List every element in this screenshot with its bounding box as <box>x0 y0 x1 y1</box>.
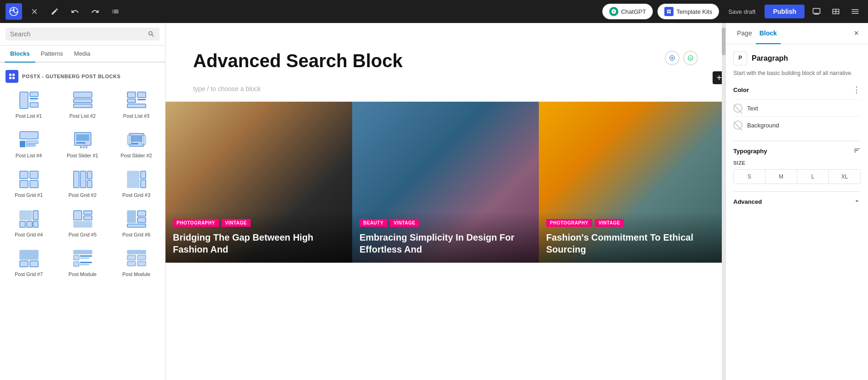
svg-rect-18 <box>20 132 38 139</box>
redo-button[interactable] <box>87 5 103 18</box>
size-xl-button[interactable]: XL <box>829 170 860 184</box>
topbar: ChatGPT Template Kits Save draft Publish <box>0 0 868 23</box>
save-draft-button[interactable]: Save draft <box>724 6 760 18</box>
list-view-button[interactable] <box>108 5 123 18</box>
block-item-post-grid-6[interactable]: Post Grid #6 <box>112 206 160 240</box>
undo-button[interactable] <box>67 5 83 18</box>
publish-button[interactable]: Publish <box>765 5 805 18</box>
svg-rect-35 <box>20 180 28 188</box>
edit-button[interactable] <box>47 5 63 18</box>
blocks-scroll: POSTX - GUTENBERG POST BLOCKS Post <box>0 63 165 380</box>
paragraph-icon <box>733 52 747 65</box>
size-m-button[interactable]: M <box>765 170 797 184</box>
post-slider-2-icon <box>126 131 147 149</box>
sidebar-toggle-button[interactable] <box>848 4 862 19</box>
tab-blocks[interactable]: Blocks <box>5 46 35 63</box>
block-label: Post Grid #5 <box>69 232 97 237</box>
block-item-post-module-1[interactable]: Post Module <box>58 246 107 280</box>
block-item-post-grid-2[interactable]: Post Grid #2 <box>58 167 107 201</box>
right-panel-content: Paragraph Start with the basic building … <box>726 44 868 380</box>
svg-rect-4 <box>12 77 15 79</box>
editor-content: Advanced Search Block G type / to choose… <box>166 23 725 380</box>
block-item-post-grid-4[interactable]: Post Grid #4 <box>5 206 53 240</box>
card-title-2: Embracing Simplicity In Design For Effor… <box>360 231 531 255</box>
editor-scrollbar-track <box>722 23 725 380</box>
template-kits-button[interactable]: Template Kits <box>657 4 719 19</box>
svg-rect-24 <box>76 142 86 144</box>
tab-patterns[interactable]: Patterns <box>35 46 69 63</box>
advanced-header[interactable]: Advanced <box>733 191 861 212</box>
svg-rect-1 <box>9 74 11 76</box>
template-kits-logo-icon <box>666 9 672 14</box>
post-grid-1-icon <box>19 170 39 189</box>
block-item-post-list-4[interactable]: Post List #4 <box>5 127 53 161</box>
image-grid: PHOTOGRAPHY VINTAGE Bridging The Gap Bet… <box>166 102 725 263</box>
color-menu-button[interactable]: ⋮ <box>852 85 861 95</box>
svg-rect-71 <box>137 261 146 266</box>
close-button[interactable] <box>27 5 42 18</box>
layout-button[interactable] <box>828 4 843 19</box>
undo-icon <box>71 7 79 16</box>
right-sidebar: Page Block × Paragraph Start with the ba… <box>725 23 868 380</box>
post-grid-5-icon <box>73 210 93 228</box>
block-item-post-list-1[interactable]: Post List #1 <box>5 87 53 121</box>
block-icon <box>18 248 40 269</box>
tag-vintage-2: VINTAGE <box>390 219 419 227</box>
right-tabs: Page Block × <box>726 23 868 44</box>
size-s-button[interactable]: S <box>734 170 765 184</box>
block-item-post-grid-5[interactable]: Post Grid #5 <box>58 206 107 240</box>
svg-rect-5 <box>20 92 28 109</box>
block-item-post-list-2[interactable]: Post List #2 <box>58 87 107 121</box>
post-grid-4-icon <box>19 210 39 228</box>
svg-rect-48 <box>33 221 38 227</box>
color-section-header: Color ⋮ <box>733 85 861 95</box>
chatgpt-icon <box>609 7 618 16</box>
tab-media[interactable]: Media <box>69 46 96 63</box>
right-tab-block[interactable]: Block <box>756 23 781 44</box>
svg-rect-34 <box>30 171 38 178</box>
svg-rect-3 <box>9 77 11 79</box>
block-item-post-list-3[interactable]: Post List #3 <box>112 87 160 121</box>
typography-settings-button[interactable] <box>853 147 861 155</box>
editor-scrollbar-thumb[interactable] <box>722 28 725 55</box>
search-input[interactable] <box>10 30 144 38</box>
page-title[interactable]: Advanced Search Block <box>193 51 698 71</box>
block-item-post-grid-7[interactable]: Post Grid #7 <box>5 246 53 280</box>
block-item-post-module-2[interactable]: Post Module <box>112 246 160 280</box>
post-grid-7-icon <box>19 249 39 268</box>
svg-rect-20 <box>26 141 38 144</box>
block-icon <box>18 130 40 150</box>
block-item-post-slider-2[interactable]: Post Slider #2 <box>112 127 160 161</box>
g-circle-icon: G <box>687 54 694 62</box>
svg-rect-19 <box>20 141 25 147</box>
view-button[interactable] <box>809 4 824 19</box>
block-label: Post List #3 <box>123 113 149 119</box>
size-l-button[interactable]: L <box>797 170 829 184</box>
block-item-post-grid-1[interactable]: Post Grid #1 <box>5 167 53 201</box>
svg-rect-47 <box>27 221 32 227</box>
svg-rect-23 <box>76 134 89 141</box>
wp-logo[interactable] <box>6 3 22 20</box>
block-item-post-slider-1[interactable]: Post Slider #1 <box>58 127 107 161</box>
block-icon <box>126 130 148 150</box>
typography-header: Typography <box>733 141 861 160</box>
right-sidebar-close-button[interactable]: × <box>852 27 861 40</box>
svg-rect-61 <box>74 255 79 260</box>
block-item-post-grid-3[interactable]: Post Grid #3 <box>112 167 160 201</box>
left-sidebar: Blocks Patterns Media POSTX - GUTENBERG … <box>0 23 166 380</box>
card-title-1: Bridging The Gap Between High Fashion An… <box>173 231 345 255</box>
text-color-swatch[interactable] <box>733 104 742 113</box>
block-label: Post Module <box>122 271 150 277</box>
chatgpt-button[interactable]: ChatGPT <box>602 4 653 19</box>
postx-editor-icon[interactable] <box>665 51 680 65</box>
page-title-area: Advanced Search Block G <box>166 23 725 85</box>
background-color-swatch[interactable] <box>733 121 742 130</box>
gutenberg-editor-icon[interactable]: G <box>683 51 698 65</box>
right-tab-page[interactable]: Page <box>733 23 756 44</box>
image-card-3: PHOTOGRAPHY VINTAGE Fashion's Commitment… <box>539 102 725 263</box>
svg-rect-15 <box>127 99 136 103</box>
editor-scroll[interactable]: Advanced Search Block G type / to choose… <box>166 23 725 380</box>
search-area <box>0 23 165 46</box>
block-icon <box>18 209 40 229</box>
block-label: Post List #1 <box>16 113 42 119</box>
